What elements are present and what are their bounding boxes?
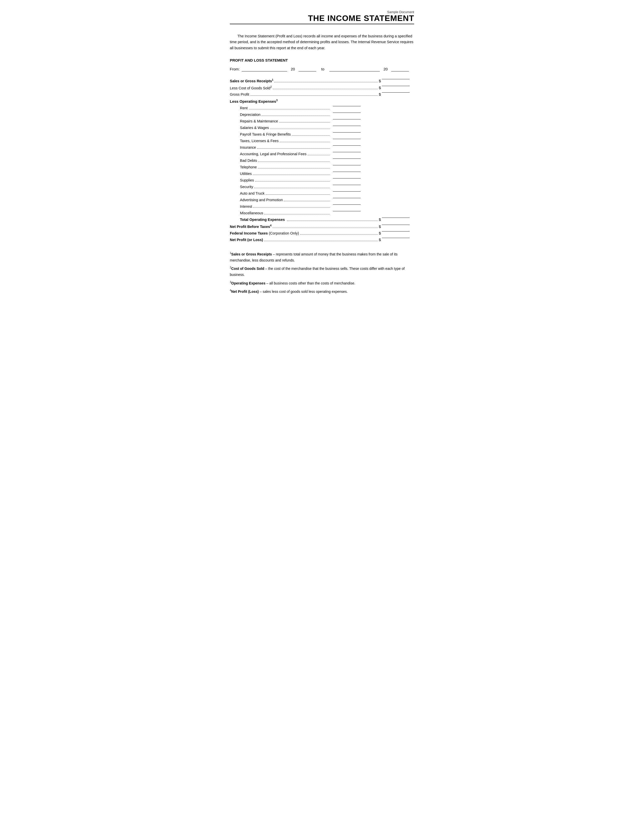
net-profit-loss-field[interactable] [382,238,410,238]
gross-profit-dollar: $ [379,92,381,96]
interest-label-container: Interest [240,204,331,209]
insurance-row: Insurance [230,145,414,150]
repairs-row: Repairs & Maintenance [230,119,414,123]
cost-goods-label: Less Cost of Goods Sold2 [230,85,272,90]
less-operating-label: Less Operating Expenses3 [230,99,277,103]
supplies-field[interactable] [333,178,361,178]
insurance-field[interactable] [333,145,361,146]
advertising-label: Advertising and Promotion [240,198,283,202]
footnotes-section: 1Sales or Gross Receipts – represents to… [230,251,414,294]
footnote-2: 2Cost of Goods Sold – the cost of the me… [230,265,414,278]
federal-taxes-field[interactable] [382,231,410,232]
utilities-dotted [253,175,330,175]
gross-profit-label: Gross Profit [230,92,249,96]
accounting-field[interactable] [333,152,361,152]
year1-field[interactable] [298,67,316,71]
security-dotted [254,188,330,188]
miscellaneous-field[interactable] [333,211,361,211]
footnote-1-term: Sales or Gross Receipts [231,252,272,256]
net-profit-taxes-dollar: $ [379,225,381,229]
footnote-3-term: Operating Expenses [231,281,266,285]
sales-field[interactable] [382,79,410,79]
repairs-label: Repairs & Maintenance [240,119,278,123]
payroll-row: Payroll Taxes & Fringe Benefits [230,132,414,136]
rent-label-container: Rent [240,106,331,110]
federal-taxes-row: Federal Income Taxes (Corporation Only) … [230,231,414,235]
federal-taxes-dotted [300,234,378,235]
bad-debts-row: Bad Debts [230,159,414,162]
footnote-3-definition: – all business costs other than the cost… [266,281,355,285]
security-row: Security [230,185,414,189]
cost-goods-row: Less Cost of Goods Sold2 $ [230,85,414,90]
depreciation-dotted [261,116,330,116]
document-header: Sample Document THE INCOME STATEMENT [230,10,414,24]
year2-field[interactable] [391,67,409,71]
taxes-licenses-row: Taxes, Licenses & Fees [230,139,414,143]
total-operating-field[interactable] [382,217,410,218]
federal-taxes-label: Federal Income Taxes (Corporation Only) [230,231,299,235]
federal-taxes-dollar: $ [379,231,381,235]
total-operating-amount: $ [379,217,414,222]
interest-dotted [253,207,330,208]
from-to-row: From: 20 to 20 [230,67,414,71]
supplies-row: Supplies [230,178,414,182]
net-profit-loss-dollar: $ [379,238,381,242]
year1-label: 20 [291,67,295,71]
insurance-dotted [257,148,330,149]
utilities-field[interactable] [333,172,361,172]
year2-label: 20 [383,67,388,71]
footnote-4: 4Net Profit (Loss) – sales less cost of … [230,288,414,294]
federal-taxes-amount: $ [379,231,414,235]
salaries-label: Salaries & Wages [240,126,269,130]
taxes-licenses-field[interactable] [333,139,361,139]
to-date-field[interactable] [329,67,380,71]
miscellaneous-label: Miscellaneous [240,211,263,215]
accounting-label-container: Accounting, Legal and Professional Fees [240,152,331,156]
cost-goods-label-container: Less Cost of Goods Sold2 [230,85,379,90]
net-profit-taxes-amount: $ [379,225,414,229]
from-date-field[interactable] [242,67,287,71]
net-profit-loss-label: Net Profit (or Loss) [230,238,263,242]
depreciation-field[interactable] [333,113,361,113]
telephone-label: Telephone [240,165,257,169]
security-label-container: Security [240,185,331,189]
from-label: From: [230,67,240,71]
gross-profit-field[interactable] [382,92,410,93]
taxes-licenses-label-container: Taxes, Licenses & Fees [240,139,331,143]
cost-goods-dollar: $ [379,86,381,90]
net-profit-taxes-field[interactable] [382,225,410,225]
miscellaneous-row: Miscellaneous [230,211,414,215]
net-profit-loss-amount: $ [379,238,414,242]
repairs-field[interactable] [333,119,361,119]
total-dotted [287,220,378,221]
supplies-dotted [255,181,330,182]
security-field[interactable] [333,185,361,185]
depreciation-label: Depreciation [240,113,260,117]
insurance-label: Insurance [240,145,256,150]
interest-field[interactable] [333,204,361,205]
auto-truck-label-container: Auto and Truck [240,191,331,195]
repairs-label-container: Repairs & Maintenance [240,119,331,123]
taxes-licenses-label: Taxes, Licenses & Fees [240,139,279,143]
rent-row: Rent [230,106,414,110]
bad-debts-label-container: Bad Debts [240,159,331,162]
intro-paragraph: The Income Statement (Profit and Loss) r… [230,33,414,51]
advertising-field[interactable] [333,198,361,198]
rent-field[interactable] [333,106,361,106]
accounting-row: Accounting, Legal and Professional Fees [230,152,414,156]
income-section: Sales or Gross Receipts1 $ Less Cost of … [230,79,414,242]
advertising-label-container: Advertising and Promotion [240,198,331,202]
sales-dollar: $ [379,79,381,83]
taxes-licenses-dotted [280,142,330,142]
net-profit-loss-label-container: Net Profit (or Loss) [230,238,379,242]
supplies-label: Supplies [240,178,254,182]
cost-goods-field[interactable] [382,86,410,86]
document-title: THE INCOME STATEMENT [230,14,414,23]
accounting-label: Accounting, Legal and Professional Fees [240,152,307,156]
footnote-1: 1Sales or Gross Receipts – represents to… [230,251,414,263]
net-profit-taxes-dotted [272,228,378,228]
rent-label: Rent [240,106,248,110]
bad-debts-label: Bad Debts [240,159,257,162]
depreciation-row: Depreciation [230,113,414,117]
sales-amount: $ [379,79,414,83]
